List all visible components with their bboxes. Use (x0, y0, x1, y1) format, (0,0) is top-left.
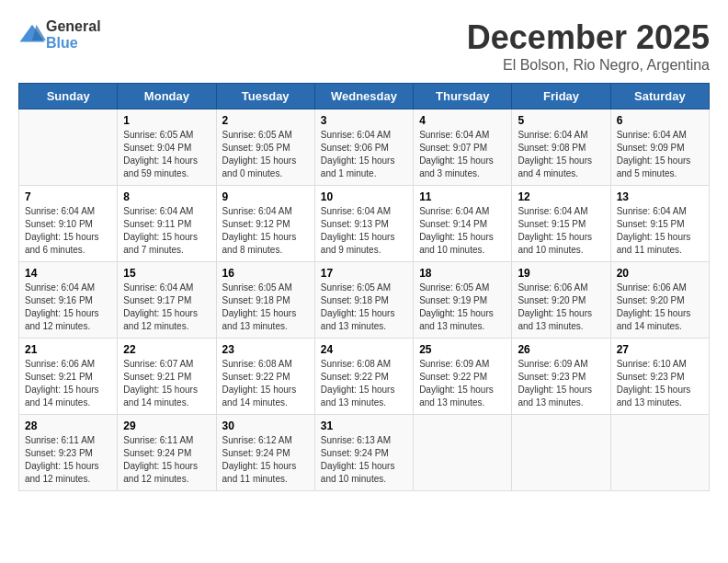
day-info: Sunrise: 6:10 AM Sunset: 9:23 PM Dayligh… (617, 358, 703, 409)
calendar-cell: 8Sunrise: 6:04 AM Sunset: 9:11 PM Daylig… (118, 186, 216, 262)
day-info: Sunrise: 6:04 AM Sunset: 9:17 PM Dayligh… (123, 282, 210, 333)
day-info: Sunrise: 6:04 AM Sunset: 9:11 PM Dayligh… (123, 205, 210, 257)
weekday-header-sunday: Sunday (19, 84, 118, 109)
day-number: 9 (222, 190, 309, 203)
day-info: Sunrise: 6:04 AM Sunset: 9:13 PM Dayligh… (321, 205, 407, 257)
day-info: Sunrise: 6:04 AM Sunset: 9:06 PM Dayligh… (321, 129, 407, 180)
calendar-cell: 21Sunrise: 6:06 AM Sunset: 9:21 PM Dayli… (19, 339, 118, 415)
day-number: 25 (419, 343, 506, 356)
weekday-header-row: SundayMondayTuesdayWednesdayThursdayFrid… (19, 84, 710, 109)
day-info: Sunrise: 6:06 AM Sunset: 9:20 PM Dayligh… (617, 282, 703, 333)
day-info: Sunrise: 6:05 AM Sunset: 9:04 PM Dayligh… (123, 129, 210, 180)
calendar-cell: 29Sunrise: 6:11 AM Sunset: 9:24 PM Dayli… (118, 415, 216, 491)
day-number: 13 (617, 190, 703, 203)
day-info: Sunrise: 6:04 AM Sunset: 9:15 PM Dayligh… (617, 205, 703, 257)
day-number: 23 (222, 343, 309, 356)
day-number: 17 (321, 267, 407, 280)
day-number: 22 (123, 343, 210, 356)
day-info: Sunrise: 6:04 AM Sunset: 9:12 PM Dayligh… (222, 205, 309, 257)
day-number: 31 (321, 419, 407, 432)
day-info: Sunrise: 6:05 AM Sunset: 9:18 PM Dayligh… (222, 282, 309, 333)
day-info: Sunrise: 6:05 AM Sunset: 9:05 PM Dayligh… (222, 129, 309, 180)
calendar-cell: 17Sunrise: 6:05 AM Sunset: 9:18 PM Dayli… (314, 262, 413, 339)
calendar-cell: 18Sunrise: 6:05 AM Sunset: 9:19 PM Dayli… (414, 262, 512, 339)
day-number: 3 (321, 114, 407, 127)
calendar-cell: 26Sunrise: 6:09 AM Sunset: 9:23 PM Dayli… (512, 339, 610, 415)
calendar-cell: 13Sunrise: 6:04 AM Sunset: 9:15 PM Dayli… (610, 186, 709, 262)
logo-icon (18, 21, 46, 49)
day-info: Sunrise: 6:13 AM Sunset: 9:24 PM Dayligh… (321, 434, 407, 486)
calendar-cell (414, 415, 512, 491)
day-info: Sunrise: 6:04 AM Sunset: 9:15 PM Dayligh… (518, 205, 604, 257)
day-info: Sunrise: 6:04 AM Sunset: 9:16 PM Dayligh… (25, 282, 111, 333)
calendar-cell: 11Sunrise: 6:04 AM Sunset: 9:14 PM Dayli… (414, 186, 512, 262)
calendar-cell: 23Sunrise: 6:08 AM Sunset: 9:22 PM Dayli… (216, 339, 314, 415)
day-info: Sunrise: 6:04 AM Sunset: 9:08 PM Dayligh… (518, 129, 604, 180)
calendar-cell: 22Sunrise: 6:07 AM Sunset: 9:21 PM Dayli… (118, 339, 216, 415)
day-number: 21 (25, 343, 111, 356)
calendar-cell: 28Sunrise: 6:11 AM Sunset: 9:23 PM Dayli… (19, 415, 118, 491)
day-info: Sunrise: 6:04 AM Sunset: 9:10 PM Dayligh… (25, 205, 111, 257)
logo-blue: Blue (46, 35, 78, 51)
week-row-1: 1Sunrise: 6:05 AM Sunset: 9:04 PM Daylig… (19, 109, 710, 186)
day-info: Sunrise: 6:09 AM Sunset: 9:22 PM Dayligh… (419, 358, 506, 409)
weekday-header-monday: Monday (118, 84, 216, 109)
weekday-header-thursday: Thursday (414, 84, 512, 109)
day-number: 6 (617, 114, 703, 127)
calendar-cell: 19Sunrise: 6:06 AM Sunset: 9:20 PM Dayli… (512, 262, 610, 339)
calendar-cell: 10Sunrise: 6:04 AM Sunset: 9:13 PM Dayli… (314, 186, 413, 262)
day-number: 27 (617, 343, 703, 356)
weekday-header-friday: Friday (512, 84, 610, 109)
weekday-header-saturday: Saturday (610, 84, 709, 109)
calendar-cell: 24Sunrise: 6:08 AM Sunset: 9:22 PM Dayli… (314, 339, 413, 415)
calendar-cell: 20Sunrise: 6:06 AM Sunset: 9:20 PM Dayli… (610, 262, 709, 339)
day-number: 7 (25, 190, 111, 203)
calendar-cell: 7Sunrise: 6:04 AM Sunset: 9:10 PM Daylig… (19, 186, 118, 262)
day-number: 24 (321, 343, 407, 356)
calendar-cell: 4Sunrise: 6:04 AM Sunset: 9:07 PM Daylig… (414, 109, 512, 186)
weekday-header-wednesday: Wednesday (314, 84, 413, 109)
day-number: 18 (419, 267, 506, 280)
main-title: December 2025 (467, 18, 710, 57)
calendar-cell: 6Sunrise: 6:04 AM Sunset: 9:09 PM Daylig… (610, 109, 709, 186)
calendar-cell: 27Sunrise: 6:10 AM Sunset: 9:23 PM Dayli… (610, 339, 709, 415)
day-info: Sunrise: 6:12 AM Sunset: 9:24 PM Dayligh… (222, 434, 309, 486)
day-number: 29 (123, 419, 210, 432)
day-info: Sunrise: 6:06 AM Sunset: 9:21 PM Dayligh… (25, 358, 111, 409)
calendar-cell: 30Sunrise: 6:12 AM Sunset: 9:24 PM Dayli… (216, 415, 314, 491)
day-number: 28 (25, 419, 111, 432)
day-info: Sunrise: 6:04 AM Sunset: 9:09 PM Dayligh… (617, 129, 703, 180)
day-number: 26 (518, 343, 604, 356)
calendar-cell: 15Sunrise: 6:04 AM Sunset: 9:17 PM Dayli… (118, 262, 216, 339)
day-number: 5 (518, 114, 604, 127)
calendar-table: SundayMondayTuesdayWednesdayThursdayFrid… (18, 83, 710, 491)
day-number: 30 (222, 419, 309, 432)
calendar-cell: 5Sunrise: 6:04 AM Sunset: 9:08 PM Daylig… (512, 109, 610, 186)
day-number: 10 (321, 190, 407, 203)
calendar-cell (512, 415, 610, 491)
calendar-cell (19, 109, 118, 186)
day-number: 19 (518, 267, 604, 280)
day-info: Sunrise: 6:04 AM Sunset: 9:07 PM Dayligh… (419, 129, 506, 180)
calendar-cell: 16Sunrise: 6:05 AM Sunset: 9:18 PM Dayli… (216, 262, 314, 339)
day-info: Sunrise: 6:07 AM Sunset: 9:21 PM Dayligh… (123, 358, 210, 409)
logo: General Blue (18, 18, 101, 52)
week-row-4: 21Sunrise: 6:06 AM Sunset: 9:21 PM Dayli… (19, 339, 710, 415)
day-number: 1 (123, 114, 210, 127)
day-info: Sunrise: 6:08 AM Sunset: 9:22 PM Dayligh… (222, 358, 309, 409)
day-number: 4 (419, 114, 506, 127)
calendar-cell: 3Sunrise: 6:04 AM Sunset: 9:06 PM Daylig… (314, 109, 413, 186)
day-number: 12 (518, 190, 604, 203)
calendar-cell: 25Sunrise: 6:09 AM Sunset: 9:22 PM Dayli… (414, 339, 512, 415)
page-header: General Blue December 2025 El Bolson, Ri… (18, 18, 710, 74)
calendar-cell: 12Sunrise: 6:04 AM Sunset: 9:15 PM Dayli… (512, 186, 610, 262)
day-number: 11 (419, 190, 506, 203)
week-row-5: 28Sunrise: 6:11 AM Sunset: 9:23 PM Dayli… (19, 415, 710, 491)
day-info: Sunrise: 6:11 AM Sunset: 9:24 PM Dayligh… (123, 434, 210, 486)
svg-marker-1 (32, 25, 46, 40)
weekday-header-tuesday: Tuesday (216, 84, 314, 109)
day-number: 15 (123, 267, 210, 280)
day-number: 14 (25, 267, 111, 280)
week-row-3: 14Sunrise: 6:04 AM Sunset: 9:16 PM Dayli… (19, 262, 710, 339)
day-number: 2 (222, 114, 309, 127)
